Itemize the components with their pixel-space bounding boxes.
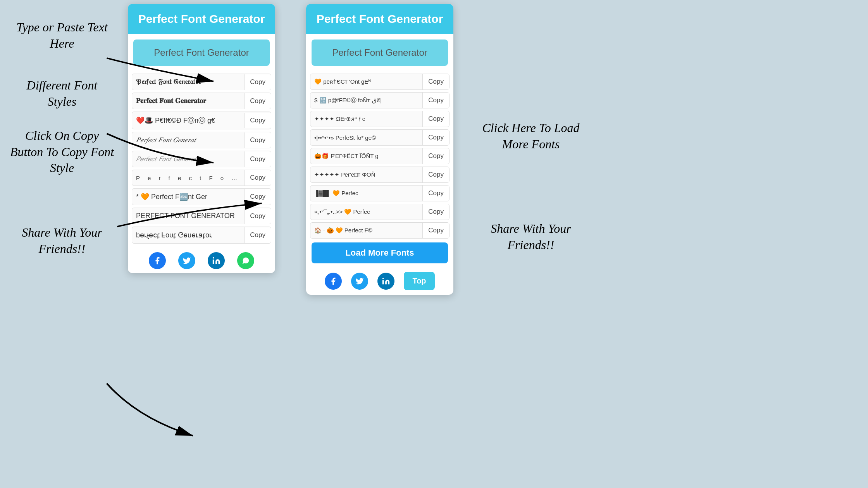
font-text: 🏠 · 🎃 🧡 Perfect F© — [310, 223, 422, 238]
font-text: $ 🔠 p@fFE©Ⓞ foÑᴛ ق𝔈| — [310, 93, 422, 108]
copy-button[interactable]: Copy — [422, 204, 449, 220]
right-panel-header: Perfect Font Generator — [306, 4, 453, 34]
copy-button[interactable]: Copy — [244, 132, 271, 148]
facebook-share-button[interactable] — [149, 252, 166, 269]
facebook-share-button-right[interactable] — [325, 273, 342, 290]
font-row: ▐▓█▌ 🧡 Perfec Copy — [310, 185, 450, 201]
font-text: ✦✦✦✦✦ Реr'е□т ΦОÑ — [310, 167, 422, 182]
font-row: 𝘗𝘦𝘳𝘧𝘦𝘤𝘵 𝘍𝘰𝘯𝘵 𝘎𝘦𝘯𝘦𝘳𝘢𝘵𝘰 Copy — [132, 151, 271, 167]
font-row-clipped: 🧡 pёʀ†ЄCт 'Оnt gЕᴺ Copy — [310, 74, 450, 90]
annotation-share-left: Share With Your Friends!! — [12, 225, 112, 257]
font-text: ▐▓█▌ 🧡 Perfec — [310, 186, 422, 201]
font-row: 𝑃𝑒𝑟𝑓𝑒𝑐𝑡 𝐹𝑜𝑛𝑡 𝐺𝑒𝑛𝑒𝑟𝑎𝑡 Copy — [132, 132, 271, 148]
font-input[interactable] — [133, 40, 270, 66]
annotation-type-paste: Type or Paste Text Here — [12, 19, 112, 52]
font-text: ¤„•°¯„.•..>> 🧡 Perfec — [310, 204, 422, 219]
font-text: 𝔓𝔢𝔯𝔣𝔢𝔠𝔱 𝔉𝔬𝔫𝔱 𝔊𝔢𝔫𝔢𝔯𝔞𝔱𝔬𝔯 — [132, 74, 244, 90]
font-row: •|••°•°•» PerfeSt fo* ge© Copy — [310, 129, 450, 146]
copy-button[interactable]: Copy — [422, 130, 449, 145]
annotation-click-load: Click Here To Load More Fonts — [477, 120, 585, 152]
font-row: PERFECT FONT GENERATOR Copy — [132, 208, 271, 224]
copy-button[interactable]: Copy — [422, 74, 449, 89]
font-text: •|••°•°•» PerfeSt fo* ge© — [310, 131, 422, 145]
copy-button[interactable]: Copy — [244, 93, 271, 109]
panel-footer: Top — [306, 267, 453, 295]
font-text: ❤️🎩 P€ff€©Ð FⓄnⓞ g€ — [132, 112, 244, 129]
font-row: ✦✦✦✦ ΏЕr⊕ᴙᵃ 𝔣 c Copy — [310, 111, 450, 127]
copy-button[interactable]: Copy — [244, 208, 271, 224]
load-more-button[interactable]: Load More Fonts — [312, 242, 448, 263]
copy-button[interactable]: Copy — [422, 148, 449, 164]
right-panel: Perfect Font Generator 🧡 pёʀ†ЄCт 'Оnt g… — [306, 4, 453, 295]
font-row: ɹoʇɐɹǝuǝ⅁ ʇuoℲ ʇɔǝɟɹǝd Copy — [132, 227, 271, 244]
left-panel: Perfect Font Generator 𝔓𝔢𝔯𝔣𝔢𝔠𝔱 𝔉𝔬𝔫𝔱 𝔊𝔢𝔫𝔢… — [128, 4, 275, 273]
copy-button[interactable]: Copy — [244, 74, 271, 90]
font-row: ❤️🎩 P€ff€©Ð FⓄnⓞ g€ Copy — [132, 112, 271, 129]
font-text: P e r f e c t F o n t — [132, 171, 244, 185]
font-text: PERFECT FONT GENERATOR — [132, 208, 244, 224]
font-row: ¤„•°¯„.•..>> 🧡 Perfec Copy — [310, 204, 450, 220]
copy-button[interactable]: Copy — [244, 189, 271, 204]
font-text: ✦✦✦✦ ΏЕr⊕ᴙᵃ 𝔣 c — [310, 112, 422, 126]
twitter-share-button[interactable] — [178, 252, 195, 269]
copy-button[interactable]: Copy — [422, 111, 449, 127]
copy-button[interactable]: Copy — [422, 223, 449, 238]
linkedin-share-button-right[interactable] — [377, 273, 394, 290]
copy-button[interactable]: Copy — [244, 170, 271, 186]
copy-button[interactable]: Copy — [422, 186, 449, 201]
copy-button[interactable]: Copy — [244, 113, 271, 128]
font-text: ɹoʇɐɹǝuǝ⅁ ʇuoℲ ʇɔǝɟɹǝd — [132, 227, 244, 243]
font-text: 𝑃𝑒𝑟𝑓𝑒𝑐𝑡 𝐹𝑜𝑛𝑡 𝐺𝑒𝑛𝑒𝑟𝑎𝑡 — [132, 132, 244, 148]
font-row: 𝐏𝐞𝐫𝐟𝐞𝐜𝐭 𝐅𝐨𝐧𝐭 𝐆𝐞𝐧𝐞𝐫𝐚𝐭𝐨𝐫 Copy — [132, 93, 271, 109]
annotation-click-copy: Click On Copy Button To Copy Font Style — [8, 128, 116, 176]
copy-button[interactable]: Copy — [244, 227, 271, 243]
svg-point-1 — [382, 277, 384, 279]
annotation-share-right: Share With Your Friends!! — [477, 221, 585, 253]
annotation-different-fonts: Different Font Styles — [12, 77, 112, 110]
linkedin-share-button[interactable] — [208, 252, 225, 269]
whatsapp-share-button[interactable] — [237, 252, 254, 269]
font-row: 🏠 · 🎃 🧡 Perfect F© Copy — [310, 222, 450, 239]
copy-button[interactable]: Copy — [244, 151, 271, 167]
font-row: ✦✦✦✦✦ Реr'е□т ΦОÑ Copy — [310, 167, 450, 183]
font-row: * 🧡 Perfect F🔤nt Ger Copy — [132, 188, 271, 205]
font-row: 🎃🎁 ΡΈГФЁCТ ĨÕÑT g Copy — [310, 148, 450, 164]
font-text: 🧡 pёʀ†ЄCт 'Оnt gЕᴺ — [310, 74, 422, 89]
font-text: 𝐏𝐞𝐫𝐟𝐞𝐜𝐭 𝐅𝐨𝐧𝐭 𝐆𝐞𝐧𝐞𝐫𝐚𝐭𝐨𝐫 — [132, 93, 244, 109]
left-panel-header: Perfect Font Generator — [128, 4, 275, 34]
svg-point-0 — [213, 257, 214, 259]
font-text: 𝘗𝘦𝘳𝘧𝘦𝘤𝘵 𝘍𝘰𝘯𝘵 𝘎𝘦𝘯𝘦𝘳𝘢𝘵𝘰 — [132, 151, 244, 167]
top-button[interactable]: Top — [404, 272, 434, 290]
twitter-share-button-right[interactable] — [351, 273, 368, 290]
font-input-right[interactable] — [312, 40, 448, 66]
font-row: 𝔓𝔢𝔯𝔣𝔢𝔠𝔱 𝔉𝔬𝔫𝔱 𝔊𝔢𝔫𝔢𝔯𝔞𝔱𝔬𝔯 Copy — [132, 74, 271, 90]
font-text: * 🧡 Perfect F🔤nt Ger — [132, 189, 244, 205]
social-share-row — [128, 246, 275, 273]
font-text: 🎃🎁 ΡΈГФЁCТ ĨÕÑT g — [310, 149, 422, 163]
copy-button[interactable]: Copy — [422, 93, 449, 108]
font-row: P e r f e c t F o n t Copy — [132, 170, 271, 186]
copy-button[interactable]: Copy — [422, 167, 449, 182]
font-row: $ 🔠 p@fFE©Ⓞ foÑᴛ ق𝔈| Copy — [310, 92, 450, 108]
